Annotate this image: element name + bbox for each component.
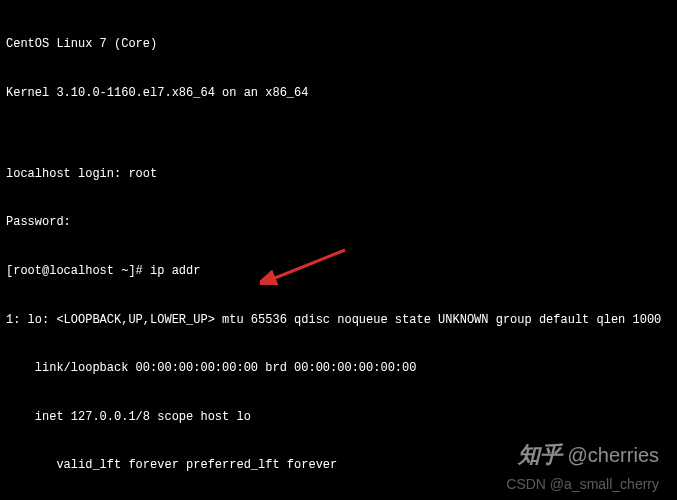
terminal-line: Kernel 3.10.0-1160.el7.x86_64 on an x86_…	[6, 85, 671, 101]
terminal-line: CentOS Linux 7 (Core)	[6, 36, 671, 52]
terminal-line: localhost login: root	[6, 166, 671, 182]
terminal-line: inet 127.0.0.1/8 scope host lo	[6, 409, 671, 425]
terminal-line: link/loopback 00:00:00:00:00:00 brd 00:0…	[6, 360, 671, 376]
terminal-line: Password:	[6, 214, 671, 230]
watermark-zhihu: 知乎 @cherries	[518, 440, 659, 470]
zhihu-username: @cherries	[568, 442, 659, 469]
terminal-output[interactable]: CentOS Linux 7 (Core) Kernel 3.10.0-1160…	[6, 4, 671, 500]
zhihu-logo-text: 知乎	[518, 440, 562, 470]
watermark-csdn: CSDN @a_small_cherry	[506, 475, 659, 494]
terminal-line: [root@localhost ~]# ip addr	[6, 263, 671, 279]
terminal-line: 1: lo: <LOOPBACK,UP,LOWER_UP> mtu 65536 …	[6, 312, 671, 328]
